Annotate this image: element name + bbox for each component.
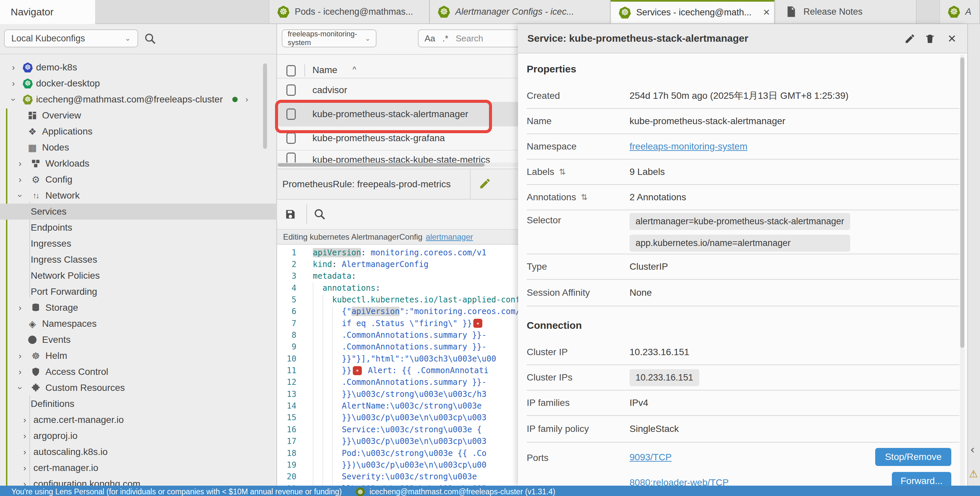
select-all-checkbox[interactable] [286,65,296,76]
port-link-9093[interactable]: 9093/TCP [630,452,729,463]
sidebar-item-freeleaps-cluster[interactable]: › ☸ icecheng@mathmast.com@freeleaps-clus… [0,91,277,108]
sidebar-item-docker-desktop[interactable]: › ☸ docker-desktop [0,75,277,91]
chevron-right-icon[interactable]: › [14,159,26,169]
tab-partial[interactable]: ☸ A [940,0,980,23]
tab-pods[interactable]: ☸ Pods - icecheng@mathmas... [269,0,430,23]
property-row-name: Name kube-prometheus-stack-alertmanager [527,109,959,134]
chevron-left-icon[interactable]: ‹ [970,443,974,456]
namespace-link[interactable]: freeleaps-monitoring-system [630,141,747,151]
right-edge-panel: ‹ ⚠ [967,24,980,486]
chevron-right-icon[interactable]: › [7,62,19,73]
alertmanager-config-link[interactable]: alertmanager [426,232,473,242]
expand-toggle-icon[interactable]: ⇅ [581,192,587,202]
chevron-right-icon[interactable]: › [19,463,31,473]
sidebar-item-overview[interactable]: Overview [0,108,277,124]
storage-icon [29,303,42,313]
yaml-editor[interactable]: 1apiVersion: monitoring.coreos.com/v1 2k… [277,245,518,486]
chevron-right-icon[interactable]: › [19,447,31,457]
row-checkbox[interactable] [286,84,296,96]
chevron-expanded-icon[interactable]: › [8,94,19,105]
selector-badge[interactable]: app.kubernetes.io/name=alertmanager [630,235,850,252]
expand-toggle-icon[interactable]: ⇅ [559,167,566,176]
row-checkbox[interactable] [286,132,296,144]
property-row-cluster-ip: Cluster IP 10.233.16.151 [527,340,959,365]
indent-guide [313,283,313,486]
search-icon[interactable] [312,207,327,222]
sidebar-item-config[interactable]: › ⚙ Config [0,172,277,188]
save-icon[interactable] [283,207,298,222]
selector-badge[interactable]: alertmanager=kube-prometheus-stack-alert… [630,213,850,230]
kubernetes-icon: ☸ [356,487,365,496]
name-column-header[interactable]: Name [312,65,337,75]
namespace-select[interactable]: freeleaps-monitoring-system ⌄ [282,29,377,48]
warning-icon[interactable]: ⚠ [969,468,978,480]
chevron-right-icon[interactable]: › [14,351,26,361]
namespaces-icon: ◈ [26,318,39,329]
chevron-expanded-icon[interactable]: › [15,189,25,202]
document-icon [783,4,798,19]
sidebar-item-helm[interactable]: › ☸ Helm [0,348,277,364]
edit-pencil-icon[interactable] [903,32,916,45]
edit-pencil-icon[interactable] [479,177,492,190]
sidebar-item-custom-resources[interactable]: › Custom Resources [0,380,277,396]
tab-alertmanager-configs[interactable]: ☸ Alertmanager Configs - icec... [430,0,611,23]
list-search-box[interactable]: Aa .* [418,29,528,48]
chevron-right-icon[interactable]: › [14,367,26,377]
chevron-right-icon[interactable]: › [14,303,26,313]
sidebar-item-namespaces[interactable]: ◈ Namespaces [0,316,277,332]
property-row-ip-family-policy: IP family policy SingleStack [527,416,959,443]
sidebar-scrollbar[interactable] [263,64,267,149]
active-cluster-status[interactable]: icecheng@mathmast.com@freeleaps-cluster … [369,487,555,496]
cluster-ip-badge[interactable]: 10.233.16.151 [630,369,699,386]
chevron-right-icon[interactable]: › [14,175,26,185]
chevron-expanded-icon[interactable]: › [15,382,25,394]
kubeconfig-select[interactable]: Local Kubeconfigs ⌄ [4,29,138,48]
close-icon[interactable]: ✕ [945,32,959,45]
sidebar-item-port-forwarding[interactable]: Port Forwarding [0,284,277,300]
sidebar-item-ingresses[interactable]: Ingresses [0,236,277,252]
sidebar-item-definitions[interactable]: Definitions [0,396,277,412]
sidebar-item-endpoints[interactable]: Endpoints [0,219,277,236]
sidebar-item-applications[interactable]: ❖ Applications [0,124,277,140]
stop-remove-button[interactable]: Stop/Remove [875,448,951,466]
sidebar-item-services[interactable]: Services [0,203,277,219]
regex-icon[interactable]: .* [442,33,448,44]
sidebar-item-workloads[interactable]: › Workloads [0,156,277,172]
kubernetes-icon: ☸ [23,78,33,89]
code-line: 3metadata: [277,270,518,282]
sidebar-item-argoproj[interactable]: › argoproj.io [0,428,277,444]
tab-release-notes[interactable]: Release Notes [775,0,916,23]
sidebar-item-cert-manager[interactable]: › cert-manager.io [0,460,277,476]
status-bar: You're using Lens Personal (for individu… [0,486,980,496]
sidebar-item-nodes[interactable]: ▦ Nodes [0,140,277,156]
table-row[interactable]: cadvisor [277,78,518,102]
sidebar-item-network-policies[interactable]: Network Policies [0,268,277,284]
kubernetes-icon: ☸ [277,6,290,18]
chevron-right-icon[interactable]: › [19,431,31,441]
trash-icon[interactable] [923,32,937,45]
drawer-scrollbar-thumb[interactable] [960,57,964,348]
clock-icon [26,335,39,345]
sidebar-item-demo-k8s[interactable]: › ☸ demo-k8s [0,59,277,75]
search-icon[interactable] [143,31,158,46]
sidebar-item-access-control[interactable]: › Access Control [0,364,277,380]
sidebar-item-events[interactable]: Events [0,332,277,348]
sidebar-item-network[interactable]: › ↑↓ Network [0,188,277,203]
table-row-clipped[interactable]: kube-prometheus-stack-kube-state-metrics [277,151,518,162]
match-case-icon[interactable]: Aa [425,33,435,44]
sort-ascending-icon[interactable]: ^ [353,65,356,74]
sidebar-item-acme-cert-manager[interactable]: › acme.cert-manager.io [0,412,277,428]
chevron-right-icon[interactable]: › [19,415,31,425]
search-input[interactable] [456,33,502,44]
row-checkbox[interactable] [286,153,296,162]
applications-icon: ❖ [26,126,39,137]
sidebar-item-storage[interactable]: › Storage [0,300,277,316]
sidebar-item-autoscaling-k8s[interactable]: › autoscaling.k8s.io [0,444,277,460]
chevron-right-icon[interactable]: › [246,95,248,104]
chevron-right-icon[interactable]: › [7,78,19,89]
close-tab-icon[interactable]: ✕ [763,7,770,18]
horizontal-scrollbar-thumb[interactable] [278,163,485,167]
sidebar-item-ingress-classes[interactable]: Ingress Classes [0,252,277,268]
lens-app-window: Navigator ☸ Pods - icecheng@mathmas... ☸… [0,0,980,496]
tab-services[interactable]: ☸ Services - icecheng@math... ✕ [611,0,775,23]
